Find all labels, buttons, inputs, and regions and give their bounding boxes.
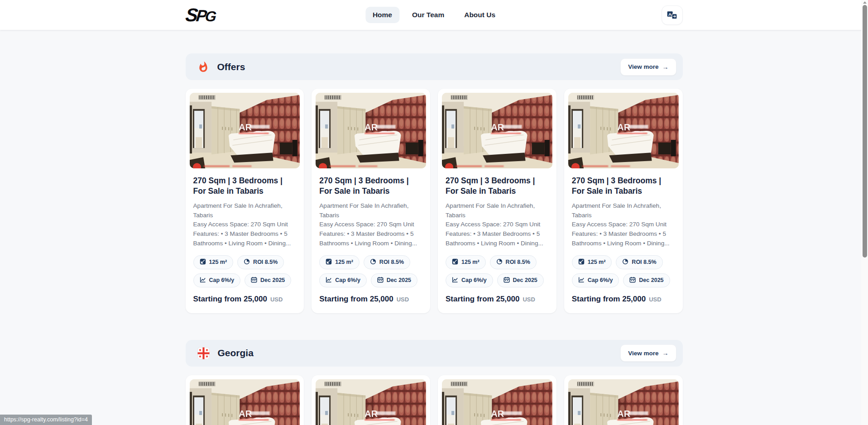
area-badge: 125 m²	[446, 255, 486, 269]
badge-row: 125 m² ROI 8.5%	[319, 255, 422, 287]
badge-label: 125 m²	[335, 259, 353, 265]
card-description: Apartment For Sale In Achrafieh, Tabaris…	[446, 201, 549, 248]
nav-item-about-us[interactable]: About Us	[457, 7, 503, 23]
logo[interactable]: SPG	[184, 5, 216, 26]
cap-badge: Cap 6%/y	[193, 273, 241, 287]
section-georgia: Georgia View more →	[186, 340, 683, 425]
roi-badge: ROI 8.5%	[490, 255, 537, 269]
cap-icon	[578, 277, 585, 284]
scrollbar-thumb[interactable]	[863, 5, 867, 258]
calendar-icon	[377, 277, 384, 284]
price-text: Starting from 25,000	[193, 295, 267, 304]
area-badge: 125 m²	[572, 255, 612, 269]
price-currency: USD	[397, 296, 409, 303]
flame-icon	[197, 61, 209, 73]
view-more-button[interactable]: View more →	[620, 344, 676, 362]
cap-icon	[200, 277, 206, 284]
price-text: Starting from 25,000	[572, 295, 646, 304]
card-title: 270 Sqm | 3 Bedrooms | For Sale in Tabar…	[446, 176, 549, 197]
listing-card[interactable]: AR 270 Sqm | 3 Bedrooms | For Sale in Ta…	[564, 375, 683, 425]
listing-card[interactable]: AR 270 Sqm | 3 Bedrooms | For Sale in Ta…	[186, 89, 304, 313]
card-description: Apartment For Sale In Achrafieh, Tabaris…	[319, 201, 422, 248]
cap-icon	[452, 277, 458, 284]
price-currency: USD	[523, 296, 535, 303]
badge-label: Cap 6%/y	[461, 277, 487, 283]
badge-label: Cap 6%/y	[335, 277, 360, 283]
cap-icon	[326, 277, 332, 284]
badge-label: Dec 2025	[513, 277, 537, 283]
roi-badge: ROI 8.5%	[364, 255, 410, 269]
listing-card[interactable]: AR 270 Sqm | 3 Bedrooms | For Sale in Ta…	[312, 89, 430, 313]
scrollbar[interactable]	[861, 0, 868, 425]
area-icon	[452, 258, 458, 266]
delivery-badge: Dec 2025	[623, 273, 670, 287]
listing-photo: AR	[316, 93, 426, 168]
listing-card[interactable]: AR 270 Sqm | 3 Bedrooms | For Sale in Ta…	[564, 89, 683, 313]
listing-card[interactable]: AR 270 Sqm | 3 Bedrooms | For Sale in Ta…	[438, 89, 556, 313]
badge-label: ROI 8.5%	[632, 259, 656, 265]
badge-row: 125 m² ROI 8.5%	[572, 255, 675, 287]
section-title: Georgia	[218, 348, 254, 358]
area-icon	[200, 258, 206, 266]
card-grid: AR 270 Sqm | 3 Bedrooms | For Sale in Ta…	[186, 375, 683, 425]
badge-label: Dec 2025	[260, 277, 285, 283]
price-row: Starting from 25,000 USD	[319, 295, 422, 304]
listing-photo: AR	[568, 93, 679, 168]
main-nav: HomeOur TeamAbout Us	[365, 7, 503, 23]
badge-label: ROI 8.5%	[506, 259, 530, 265]
badge-label: Cap 6%/y	[209, 277, 235, 283]
view-more-button[interactable]: View more →	[620, 58, 676, 76]
arrow-right-icon: →	[662, 349, 669, 357]
badge-label: 125 m²	[588, 259, 606, 265]
badge-label: ROI 8.5%	[253, 259, 278, 265]
status-url-tooltip: https://spg-realty.com/listing?id=4	[0, 415, 92, 425]
listing-photo: AR	[568, 379, 679, 425]
price-row: Starting from 25,000 USD	[193, 295, 297, 304]
nav-item-our-team[interactable]: Our Team	[405, 7, 451, 23]
listing-photo: AR	[442, 93, 552, 168]
delivery-badge: Dec 2025	[245, 273, 291, 287]
roi-icon	[244, 258, 250, 266]
card-description: Apartment For Sale In Achrafieh, Tabaris…	[193, 201, 297, 248]
roi-badge: ROI 8.5%	[237, 255, 284, 269]
calendar-icon	[251, 277, 257, 284]
card-title: 270 Sqm | 3 Bedrooms | For Sale in Tabar…	[319, 176, 422, 197]
main-content: Offers View more →	[186, 30, 683, 425]
section-offers: Offers View more →	[186, 53, 683, 313]
roi-icon	[496, 258, 503, 266]
listing-photo: AR	[190, 93, 300, 168]
logo-letter: G	[204, 8, 216, 25]
price-currency: USD	[270, 296, 283, 303]
price-text: Starting from 25,000	[446, 295, 519, 304]
card-title: 270 Sqm | 3 Bedrooms | For Sale in Tabar…	[193, 176, 297, 197]
price-row: Starting from 25,000 USD	[572, 295, 675, 304]
badge-label: Dec 2025	[387, 277, 411, 283]
listing-photo: AR	[190, 379, 300, 425]
calendar-icon	[504, 277, 510, 284]
section-title: Offers	[217, 62, 245, 72]
delivery-badge: Dec 2025	[371, 273, 417, 287]
listing-card[interactable]: AR 270 Sqm | 3 Bedrooms | For Sale in Ta…	[312, 375, 430, 425]
cap-badge: Cap 6%/y	[446, 273, 493, 287]
svg-text:A: A	[668, 12, 671, 17]
badge-row: 125 m² ROI 8.5%	[193, 255, 297, 287]
scrollbar-up-arrow[interactable]	[863, 1, 867, 4]
listing-card[interactable]: AR 270 Sqm | 3 Bedrooms | For Sale in Ta…	[186, 375, 304, 425]
listing-photo: AR	[316, 379, 426, 425]
area-badge: 125 m²	[319, 255, 360, 269]
listing-photo: AR	[442, 379, 552, 425]
badge-label: 125 m²	[461, 259, 480, 265]
roi-icon	[622, 258, 628, 266]
card-grid: AR 270 Sqm | 3 Bedrooms | For Sale in Ta…	[186, 89, 683, 313]
listing-card[interactable]: AR 270 Sqm | 3 Bedrooms | For Sale in Ta…	[438, 375, 556, 425]
language-button[interactable]: A	[662, 5, 683, 25]
header: SPG HomeOur TeamAbout Us A	[0, 0, 868, 30]
area-badge: 125 m²	[193, 255, 234, 269]
section-header-bar: Georgia View more →	[186, 340, 683, 367]
area-icon	[326, 258, 332, 266]
cap-badge: Cap 6%/y	[572, 273, 619, 287]
badge-label: ROI 8.5%	[379, 259, 404, 265]
roi-badge: ROI 8.5%	[616, 255, 662, 269]
nav-item-home[interactable]: Home	[365, 7, 399, 23]
arrow-right-icon: →	[662, 63, 669, 71]
